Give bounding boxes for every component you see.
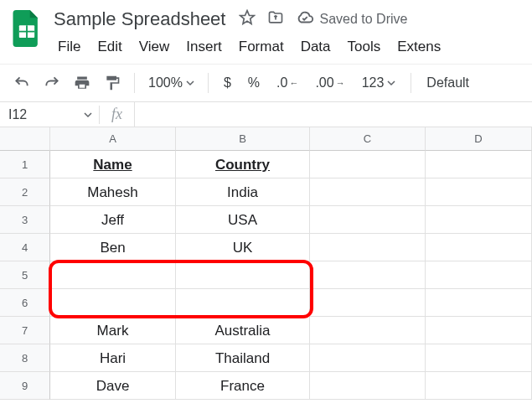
- row-header[interactable]: 3: [0, 206, 50, 234]
- cell[interactable]: France: [176, 372, 310, 400]
- cell[interactable]: Ben: [50, 234, 176, 261]
- move-icon[interactable]: [267, 9, 284, 29]
- row-header[interactable]: 6: [0, 289, 50, 317]
- cell[interactable]: [50, 289, 176, 317]
- cell[interactable]: [426, 151, 532, 178]
- cell[interactable]: [426, 261, 532, 289]
- cell[interactable]: Dave: [50, 372, 176, 400]
- save-status-text: Saved to Drive: [319, 12, 407, 27]
- cell[interactable]: [310, 372, 426, 400]
- undo-button[interactable]: [8, 70, 35, 96]
- zoom-dropdown[interactable]: 100%: [143, 75, 199, 91]
- font-dropdown[interactable]: Default: [420, 70, 476, 96]
- cell[interactable]: India: [176, 178, 310, 206]
- menu-edit[interactable]: Edit: [90, 35, 129, 59]
- col-header-a[interactable]: A: [50, 127, 176, 151]
- cell[interactable]: [426, 206, 532, 234]
- cell[interactable]: [310, 317, 426, 344]
- menu-format[interactable]: Format: [231, 35, 292, 59]
- cell[interactable]: [426, 234, 532, 261]
- star-icon[interactable]: [239, 9, 256, 29]
- formula-bar: I12 fx: [0, 102, 532, 127]
- row-header[interactable]: 4: [0, 234, 50, 261]
- cell[interactable]: [310, 261, 426, 289]
- cell[interactable]: [426, 344, 532, 372]
- cell[interactable]: [426, 289, 532, 317]
- cloud-icon: [296, 8, 314, 30]
- menu-bar: File Edit View Insert Format Data Tools …: [50, 35, 522, 59]
- cell[interactable]: USA: [176, 206, 310, 234]
- cell[interactable]: [310, 151, 426, 178]
- number-format-dropdown[interactable]: 123: [355, 70, 403, 96]
- row-header[interactable]: 1: [0, 151, 50, 178]
- cell[interactable]: [310, 234, 426, 261]
- row-header[interactable]: 2: [0, 178, 50, 206]
- cell[interactable]: [310, 344, 426, 372]
- col-header-d[interactable]: D: [426, 127, 532, 151]
- toolbar: 100% $ % .0← .00→ 123 Default: [0, 64, 532, 102]
- decrease-decimal-button[interactable]: .0←: [270, 70, 305, 96]
- formula-input[interactable]: [134, 102, 532, 127]
- menu-insert[interactable]: Insert: [178, 35, 230, 59]
- menu-view[interactable]: View: [132, 35, 178, 59]
- spreadsheet-grid: A B C D 1NameCountry 2MaheshIndia 3JeffU…: [0, 127, 532, 400]
- select-all-corner[interactable]: [0, 127, 50, 151]
- cell[interactable]: [310, 289, 426, 317]
- currency-button[interactable]: $: [217, 70, 238, 96]
- cell[interactable]: Jeff: [50, 206, 176, 234]
- cell[interactable]: Mark: [50, 317, 176, 344]
- sheets-logo[interactable]: [10, 7, 44, 50]
- row-header[interactable]: 7: [0, 317, 50, 344]
- cell[interactable]: [426, 317, 532, 344]
- menu-extensions[interactable]: Extens: [390, 35, 448, 59]
- cell[interactable]: UK: [176, 234, 310, 261]
- cell[interactable]: [176, 261, 310, 289]
- print-button[interactable]: [69, 70, 96, 96]
- cell[interactable]: [426, 372, 532, 400]
- doc-title[interactable]: Sample Spreadsheet: [50, 7, 229, 32]
- paint-format-button[interactable]: [99, 70, 126, 96]
- cell[interactable]: Country: [176, 151, 310, 178]
- cell[interactable]: Hari: [50, 344, 176, 372]
- cell[interactable]: Australia: [176, 317, 310, 344]
- menu-file[interactable]: File: [50, 35, 88, 59]
- menu-tools[interactable]: Tools: [340, 35, 389, 59]
- cell-reference-box[interactable]: I12: [0, 107, 99, 122]
- row-header[interactable]: 5: [0, 261, 50, 289]
- cell[interactable]: Mahesh: [50, 178, 176, 206]
- col-header-c[interactable]: C: [310, 127, 426, 151]
- cell[interactable]: [310, 206, 426, 234]
- cell[interactable]: [426, 178, 532, 206]
- increase-decimal-button[interactable]: .00→: [308, 70, 351, 96]
- cell[interactable]: [176, 289, 310, 317]
- row-header[interactable]: 9: [0, 372, 50, 400]
- fx-label: fx: [100, 106, 134, 123]
- row-header[interactable]: 8: [0, 344, 50, 372]
- cell[interactable]: Thailand: [176, 344, 310, 372]
- percent-button[interactable]: %: [241, 70, 266, 96]
- cell[interactable]: [310, 178, 426, 206]
- redo-button[interactable]: [39, 70, 65, 96]
- cell[interactable]: [50, 261, 176, 289]
- col-header-b[interactable]: B: [176, 127, 310, 151]
- cell[interactable]: Name: [50, 151, 176, 178]
- menu-data[interactable]: Data: [293, 35, 338, 59]
